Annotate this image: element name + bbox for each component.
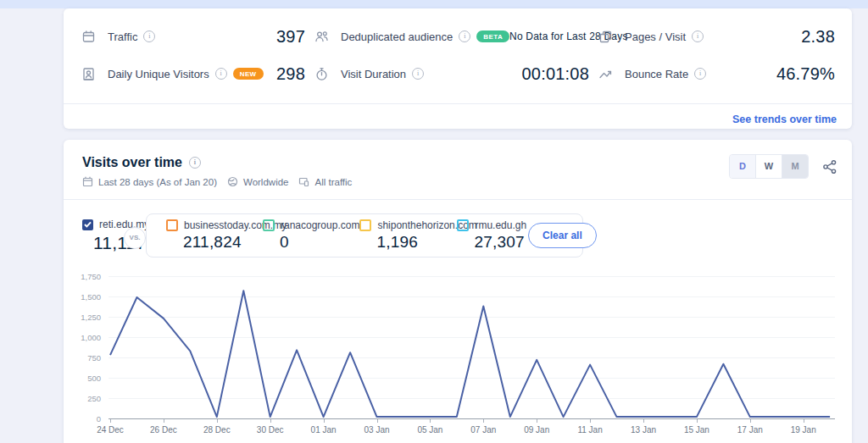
x-axis-tick-label: 17 Jan [737, 425, 763, 435]
divider [64, 199, 852, 200]
y-axis-tick-label: 500 [64, 374, 101, 383]
new-badge: NEW [233, 68, 264, 80]
metric-label: Pages / Visit [625, 30, 686, 43]
y-axis-tick-label: 1,250 [64, 313, 101, 322]
metric-daily-unique-visitors: Daily Unique Visitors NEW 298 [81, 55, 305, 92]
metric-label: Visit Duration [341, 68, 406, 80]
info-icon[interactable] [692, 30, 704, 42]
info-icon[interactable] [459, 30, 470, 42]
y-axis-tick-label: 1,000 [64, 333, 101, 342]
date-range-label: Last 28 days (As of Jan 20) [98, 177, 217, 187]
competitor-checkbox[interactable] [263, 219, 275, 231]
competitor-item[interactable]: ranacogroup.com 0 [263, 219, 359, 252]
info-icon[interactable] [412, 68, 424, 80]
section-title: Visits over time [82, 155, 182, 170]
x-axis-tick-label: 07 Jan [470, 425, 496, 435]
info-icon[interactable] [189, 157, 201, 169]
y-axis-tick-label: 1,750 [64, 272, 101, 281]
x-axis-tick-label: 26 Dec [150, 425, 177, 435]
metric-value: 397 [276, 27, 305, 47]
metric-value: 00:01:08 [522, 64, 589, 84]
metric-visit-duration: Visit Duration 00:01:08 [314, 55, 589, 92]
date-range-filter: Last 28 days (As of Jan 20) [82, 176, 217, 187]
metric-value: 2.38 [801, 27, 835, 47]
metric-traffic: Traffic 397 [81, 18, 305, 55]
competitor-checkbox[interactable] [359, 219, 371, 231]
info-icon[interactable] [694, 68, 706, 80]
metric-value: 46.79% [776, 64, 835, 84]
granularity-week-button[interactable]: W [756, 155, 782, 178]
competitor-value: 0 [280, 233, 359, 252]
competitor-value: 1,196 [376, 233, 457, 252]
y-axis-tick-label: 750 [64, 353, 101, 363]
main-site-checkbox[interactable] [82, 219, 93, 230]
x-axis-tick-label: 19 Jan [791, 425, 816, 435]
top-strip [0, 0, 868, 8]
granularity-toggle: D W M [729, 154, 809, 179]
share-button[interactable] [821, 158, 838, 175]
x-axis-tick-label: 11 Jan [577, 425, 602, 435]
y-axis-tick-label: 0 [64, 414, 101, 424]
stopwatch-icon [314, 66, 330, 82]
competitor-domain: ranacogroup.com [281, 219, 359, 231]
competitor-item[interactable]: businesstoday.com.my 211,824 [166, 219, 263, 252]
x-axis-tick-label: 24 Dec [97, 425, 124, 435]
filters-row: Last 28 days (As of Jan 20) Worldwide Al… [82, 176, 362, 187]
x-axis-tick-label: 03 Jan [364, 425, 389, 435]
x-axis-tick-label: 05 Jan [417, 425, 442, 435]
granularity-month-button[interactable]: M [782, 155, 808, 178]
metrics-summary-card: Traffic 397 Deduplicated audience BETA N… [64, 8, 852, 129]
calendar-icon [82, 176, 93, 187]
metric-deduplicated-audience: Deduplicated audience BETA No Data for L… [314, 18, 589, 55]
x-axis-tick-label: 30 Dec [257, 425, 284, 435]
main-site-domain: reti.edu.my [99, 219, 149, 230]
competitor-checkbox[interactable] [166, 219, 178, 231]
metric-label: Bounce Rate [625, 68, 688, 80]
info-icon[interactable] [215, 68, 227, 80]
y-axis-tick-label: 1,500 [64, 292, 101, 302]
traffic-icon [81, 29, 97, 45]
metrics-grid: Traffic 397 Deduplicated audience BETA N… [81, 18, 835, 92]
metric-bounce-rate: Bounce Rate 46.79% [598, 55, 835, 92]
metric-label: Deduplicated audience [341, 30, 453, 43]
x-axis-tick-label: 09 Jan [524, 425, 549, 435]
bounce-rate-icon [598, 66, 614, 82]
geo-filter: Worldwide [227, 176, 288, 187]
metric-value: 298 [276, 64, 305, 84]
clear-all-button[interactable]: Clear all [528, 223, 597, 248]
analytics-page: { "colors": { "accent_blue": "#3b6ce0", … [0, 0, 868, 443]
chart-controls: D W M [729, 154, 838, 179]
share-icon [821, 158, 838, 175]
pages-icon [598, 29, 614, 45]
series-line-reti.edu.my [110, 291, 830, 417]
audience-icon [314, 29, 330, 45]
see-trends-link[interactable]: See trends over time [732, 114, 837, 125]
competitor-value: 27,307 [474, 233, 526, 252]
devices-icon [298, 176, 309, 187]
divider [64, 103, 852, 104]
competitor-value: 211,824 [183, 233, 263, 252]
x-axis-tick-label: 01 Jan [311, 425, 337, 435]
y-axis-tick-label: 250 [64, 394, 101, 403]
x-axis-tick-label: 28 Dec [203, 425, 231, 435]
x-axis-tick-label: 15 Jan [684, 425, 709, 435]
visits-chart[interactable]: 02505007501,0001,2501,5001,75024 Dec26 D… [64, 267, 852, 443]
traffic-type-filter: All traffic [298, 176, 352, 187]
beta-badge: BETA [476, 30, 509, 42]
competitor-domain: rmu.edu.gh [475, 219, 526, 231]
section-title-row: Visits over time [82, 155, 201, 170]
competitor-item[interactable]: shiponthehorizon.com 1,196 [359, 219, 457, 252]
visits-line-plot[interactable] [108, 267, 839, 421]
visits-over-time-card: Visits over time Last 28 days (As of Jan… [64, 140, 852, 443]
competitor-checkbox[interactable] [457, 219, 469, 231]
competitor-item[interactable]: rmu.edu.gh 27,307 [457, 219, 526, 252]
geo-label: Worldwide [243, 177, 288, 187]
unique-visitors-icon [81, 66, 97, 82]
globe-icon [227, 176, 238, 187]
traffic-type-label: All traffic [314, 177, 352, 187]
granularity-day-button[interactable]: D [730, 155, 756, 178]
competitors-box: businesstoday.com.my 211,824 ranacogroup… [146, 213, 583, 257]
info-icon[interactable] [143, 30, 155, 42]
x-axis-tick-label: 13 Jan [631, 425, 656, 435]
metric-label: Traffic [108, 30, 137, 43]
